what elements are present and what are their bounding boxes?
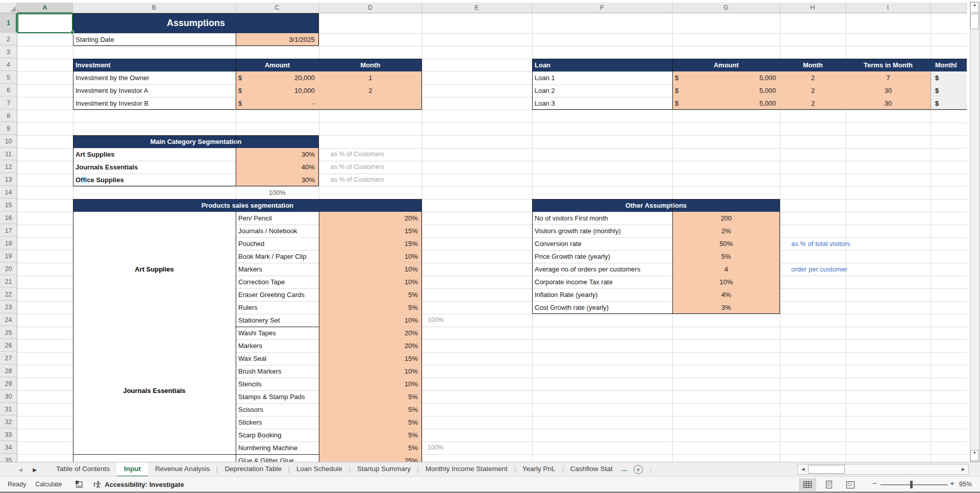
macro-record-icon[interactable] — [75, 480, 83, 488]
tab-scroll-left-icon[interactable]: ◀ — [13, 463, 28, 477]
row-header-17[interactable]: 17 — [0, 225, 17, 237]
investment-month[interactable] — [319, 97, 422, 110]
row-header-13[interactable]: 13 — [0, 174, 17, 186]
loan-header-label[interactable]: Loan — [532, 59, 672, 71]
sheet-tab-loan-schedule[interactable]: Loan Schedule — [289, 462, 349, 477]
calculate-indicator[interactable]: Calculate — [35, 481, 62, 488]
row-header-5[interactable]: 5 — [0, 71, 17, 84]
spreadsheet-grid[interactable]: AssumptionsStarting Date3/1/2025Investme… — [17, 13, 967, 462]
product-name[interactable]: Wax Seal — [236, 352, 319, 365]
main-category-value[interactable]: 40% — [236, 161, 319, 174]
normal-view-button[interactable] — [799, 478, 816, 491]
product-name[interactable]: Book Mark / Paper Clip — [236, 250, 319, 263]
row-header-23[interactable]: 23 — [0, 301, 17, 313]
select-all-corner[interactable] — [0, 3, 17, 13]
investment-row-label[interactable]: Investment by the Owner — [73, 71, 236, 84]
product-share[interactable]: 10% — [319, 314, 422, 327]
main-category-value[interactable]: 30% — [236, 174, 319, 186]
product-share[interactable]: 5% — [319, 390, 422, 403]
row-header-12[interactable]: 12 — [0, 161, 17, 173]
investment-header-month[interactable]: Month — [319, 59, 422, 71]
product-share[interactable]: 5% — [319, 301, 422, 314]
product-share[interactable]: 10% — [319, 263, 422, 276]
scroll-down-arrow[interactable]: ▼ — [970, 450, 979, 461]
sheet-tab-table-of-contents[interactable]: Table of Contents — [49, 462, 117, 477]
other-assumption-label[interactable]: Inflation Rate (yearly) — [532, 288, 672, 301]
row-header-8[interactable]: 8 — [0, 110, 17, 122]
products-group-label[interactable]: Journals Essentials — [73, 327, 235, 454]
scroll-up-arrow[interactable]: ▲ — [970, 2, 979, 13]
tab-scroll-right-icon[interactable]: ▶ — [28, 463, 42, 477]
accessibility-status[interactable]: Accessibility: Investigate — [105, 481, 184, 488]
other-assumption-label[interactable]: Cost Growth rate (yearly) — [532, 301, 672, 314]
product-name[interactable]: Rulers — [236, 301, 319, 314]
product-share[interactable]: 25% — [319, 454, 422, 462]
product-share[interactable]: 5% — [319, 441, 422, 454]
column-header-c[interactable]: C — [236, 3, 319, 13]
product-share[interactable]: 10% — [319, 365, 422, 378]
investment-month[interactable]: 2 — [319, 84, 422, 97]
main-category-title[interactable]: Main Category Segmentation — [73, 135, 319, 148]
other-assumption-label[interactable]: Average no of orders per customers — [532, 263, 672, 276]
column-header-e[interactable]: E — [422, 3, 532, 13]
sheet-tab-startup-summary[interactable]: Startup Summary — [350, 462, 418, 477]
hscroll-right-arrow[interactable]: ▶ — [959, 465, 968, 474]
other-assumption-value[interactable]: 2% — [672, 225, 780, 237]
selected-cell-a1[interactable] — [17, 13, 73, 33]
zoom-out-button[interactable]: − — [872, 479, 877, 487]
starting-date-value[interactable]: 3/1/2025 — [236, 33, 319, 46]
product-name[interactable]: Pouched — [236, 237, 319, 250]
product-share[interactable]: 10% — [319, 276, 422, 288]
main-category-value[interactable]: 30% — [236, 148, 319, 161]
loan-amount[interactable]: 5,000 — [672, 84, 780, 97]
starting-date-label[interactable]: Starting Date — [73, 33, 236, 46]
product-share[interactable]: 5% — [319, 288, 422, 301]
investment-row-label[interactable]: Investment by Investor A — [73, 84, 236, 97]
investment-month[interactable]: 1 — [319, 71, 422, 84]
zoom-slider-thumb[interactable] — [910, 481, 913, 488]
row-header-7[interactable]: 7 — [0, 97, 17, 109]
sheet-tab-monthly-income-statement[interactable]: Monthly Income Statement — [418, 462, 515, 477]
row-header-11[interactable]: 11 — [0, 148, 17, 160]
assumptions-title[interactable]: Assumptions — [73, 13, 319, 33]
row-header-22[interactable]: 22 — [0, 288, 17, 301]
row-header-16[interactable]: 16 — [0, 212, 17, 224]
product-name[interactable]: Stencils — [236, 378, 319, 390]
row-header-34[interactable]: 34 — [0, 441, 17, 454]
column-header-partial[interactable] — [931, 3, 967, 13]
investment-amount[interactable]: - — [236, 97, 319, 110]
row-header-15[interactable]: 15 — [0, 199, 17, 211]
zoom-slider-track[interactable] — [881, 484, 948, 485]
other-assumption-label[interactable]: Visitors growth rate (monthly) — [532, 225, 672, 237]
row-header-24[interactable]: 24 — [0, 314, 17, 326]
row-header-27[interactable]: 27 — [0, 352, 17, 364]
sheet-tab-input[interactable]: Input — [117, 462, 148, 477]
loan-month[interactable]: 2 — [780, 71, 846, 84]
product-share[interactable]: 5% — [319, 416, 422, 429]
other-assumption-label[interactable]: No of visitors First month — [532, 212, 672, 225]
loan-monthly-cell[interactable]: $ — [931, 97, 967, 110]
product-share[interactable]: 20% — [319, 212, 422, 225]
product-share[interactable]: 5% — [319, 403, 422, 416]
investment-header-amount[interactable]: Amount — [236, 59, 319, 71]
product-share[interactable]: 20% — [319, 339, 422, 352]
new-sheet-button[interactable]: + — [634, 465, 643, 474]
product-name[interactable]: Markers — [236, 339, 319, 352]
products-title[interactable]: Products sales segmentation — [73, 199, 422, 212]
loan-header-terms[interactable]: Terms in Month — [846, 59, 931, 71]
loan-row-label[interactable]: Loan 1 — [532, 71, 672, 84]
horizontal-scroll-thumb[interactable] — [808, 465, 845, 474]
column-header-i[interactable]: I — [846, 3, 931, 13]
page-break-view-button[interactable] — [842, 478, 859, 491]
sheet-tab-depreciation-table[interactable]: Depreciation Table — [217, 462, 289, 477]
loan-month[interactable]: 2 — [780, 97, 846, 110]
investment-row-label[interactable]: Investment by Investor B — [73, 97, 236, 110]
other-assumption-value[interactable]: 4% — [672, 288, 780, 301]
sheet-tab-cashflow-stat[interactable]: Cashflow Stat — [563, 462, 620, 477]
page-layout-view-button[interactable] — [820, 478, 838, 491]
row-header-3[interactable]: 3 — [0, 46, 17, 58]
row-header-4[interactable]: 4 — [0, 59, 17, 71]
loan-amount[interactable]: 5,000 — [672, 71, 780, 84]
row-header-25[interactable]: 25 — [0, 327, 17, 339]
other-assumption-value[interactable]: 200 — [672, 212, 780, 225]
